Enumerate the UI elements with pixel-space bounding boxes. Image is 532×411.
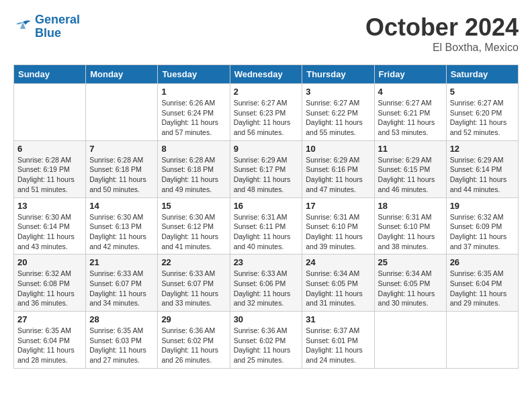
day-number: 5 [450,87,515,97]
calendar-cell: 12Sunrise: 6:29 AM Sunset: 6:14 PM Dayli… [446,140,518,197]
day-info: Sunrise: 6:36 AM Sunset: 6:02 PM Dayligh… [234,326,299,365]
day-info: Sunrise: 6:36 AM Sunset: 6:02 PM Dayligh… [161,326,226,365]
day-info: Sunrise: 6:29 AM Sunset: 6:16 PM Dayligh… [306,155,370,195]
day-number: 16 [234,201,299,211]
day-number: 6 [17,144,82,154]
day-number: 31 [306,314,370,324]
weekday-header: Tuesday [158,65,230,84]
calendar-cell: 27Sunrise: 6:35 AM Sunset: 6:04 PM Dayli… [14,312,86,369]
calendar-week-row: 27Sunrise: 6:35 AM Sunset: 6:04 PM Dayli… [14,312,519,369]
day-number: 29 [161,314,226,324]
calendar-cell: 2Sunrise: 6:27 AM Sunset: 6:23 PM Daylig… [230,84,302,141]
calendar-cell: 1Sunrise: 6:26 AM Sunset: 6:24 PM Daylig… [158,84,230,141]
calendar-cell: 28Sunrise: 6:35 AM Sunset: 6:03 PM Dayli… [86,312,158,369]
day-number: 9 [234,144,299,154]
day-number: 4 [378,87,443,97]
day-number: 11 [378,144,443,154]
day-number: 30 [234,314,299,324]
day-info: Sunrise: 6:31 AM Sunset: 6:11 PM Dayligh… [234,212,299,252]
calendar-cell: 11Sunrise: 6:29 AM Sunset: 6:15 PM Dayli… [374,140,446,197]
calendar-title-block: October 2024 El Boxtha, Mexico [365,13,519,54]
weekday-header: Friday [374,65,446,84]
day-number: 10 [306,144,370,154]
calendar-table: SundayMondayTuesdayWednesdayThursdayFrid… [13,64,519,369]
day-info: Sunrise: 6:30 AM Sunset: 6:14 PM Dayligh… [17,212,82,252]
calendar-cell: 15Sunrise: 6:30 AM Sunset: 6:12 PM Dayli… [158,197,230,255]
day-number: 21 [89,257,154,267]
logo-text: General Blue [35,13,80,40]
calendar-cell: 19Sunrise: 6:32 AM Sunset: 6:09 PM Dayli… [446,197,518,255]
weekday-header: Thursday [302,65,374,84]
calendar-cell: 5Sunrise: 6:27 AM Sunset: 6:20 PM Daylig… [446,84,518,141]
calendar-cell: 8Sunrise: 6:28 AM Sunset: 6:18 PM Daylig… [158,140,230,197]
calendar-cell: 31Sunrise: 6:37 AM Sunset: 6:01 PM Dayli… [302,312,374,369]
day-number: 3 [306,87,370,97]
day-info: Sunrise: 6:35 AM Sunset: 6:04 PM Dayligh… [17,326,82,365]
day-info: Sunrise: 6:33 AM Sunset: 6:07 PM Dayligh… [161,269,226,308]
weekday-header: Wednesday [230,65,302,84]
calendar-cell: 13Sunrise: 6:30 AM Sunset: 6:14 PM Dayli… [14,197,86,255]
day-info: Sunrise: 6:30 AM Sunset: 6:12 PM Dayligh… [161,212,226,252]
day-number: 24 [306,257,370,267]
day-number: 19 [450,201,515,211]
month-title: October 2024 [365,13,519,42]
calendar-cell: 26Sunrise: 6:35 AM Sunset: 6:04 PM Dayli… [446,255,518,312]
day-number: 8 [161,144,226,154]
day-info: Sunrise: 6:28 AM Sunset: 6:18 PM Dayligh… [161,155,226,195]
day-info: Sunrise: 6:34 AM Sunset: 6:05 PM Dayligh… [378,269,443,308]
calendar-cell: 24Sunrise: 6:34 AM Sunset: 6:05 PM Dayli… [302,255,374,312]
day-info: Sunrise: 6:31 AM Sunset: 6:10 PM Dayligh… [306,212,370,252]
day-info: Sunrise: 6:27 AM Sunset: 6:20 PM Dayligh… [450,98,515,138]
day-info: Sunrise: 6:28 AM Sunset: 6:19 PM Dayligh… [17,155,82,195]
day-number: 18 [378,201,443,211]
day-info: Sunrise: 6:29 AM Sunset: 6:14 PM Dayligh… [450,155,515,195]
day-number: 20 [17,257,82,267]
calendar-week-row: 20Sunrise: 6:32 AM Sunset: 6:08 PM Dayli… [14,255,519,312]
calendar-cell: 14Sunrise: 6:30 AM Sunset: 6:13 PM Dayli… [86,197,158,255]
day-number: 27 [17,314,82,324]
calendar-cell [14,84,86,141]
day-number: 26 [450,257,515,267]
day-info: Sunrise: 6:35 AM Sunset: 6:04 PM Dayligh… [450,269,515,308]
location-title: El Boxtha, Mexico [365,42,519,54]
calendar-header-row: SundayMondayTuesdayWednesdayThursdayFrid… [14,65,519,84]
calendar-cell: 7Sunrise: 6:28 AM Sunset: 6:18 PM Daylig… [86,140,158,197]
calendar-cell: 17Sunrise: 6:31 AM Sunset: 6:10 PM Dayli… [302,197,374,255]
calendar-cell: 25Sunrise: 6:34 AM Sunset: 6:05 PM Dayli… [374,255,446,312]
calendar-cell: 4Sunrise: 6:27 AM Sunset: 6:21 PM Daylig… [374,84,446,141]
day-number: 7 [89,144,154,154]
calendar-cell: 16Sunrise: 6:31 AM Sunset: 6:11 PM Dayli… [230,197,302,255]
calendar-cell: 3Sunrise: 6:27 AM Sunset: 6:22 PM Daylig… [302,84,374,141]
calendar-cell [374,312,446,369]
day-number: 22 [161,257,226,267]
calendar-cell: 22Sunrise: 6:33 AM Sunset: 6:07 PM Dayli… [158,255,230,312]
day-info: Sunrise: 6:27 AM Sunset: 6:22 PM Dayligh… [306,98,370,138]
day-info: Sunrise: 6:27 AM Sunset: 6:23 PM Dayligh… [234,98,299,138]
day-info: Sunrise: 6:31 AM Sunset: 6:10 PM Dayligh… [378,212,443,252]
calendar-cell: 10Sunrise: 6:29 AM Sunset: 6:16 PM Dayli… [302,140,374,197]
calendar-week-row: 1Sunrise: 6:26 AM Sunset: 6:24 PM Daylig… [14,84,519,141]
day-info: Sunrise: 6:32 AM Sunset: 6:08 PM Dayligh… [17,269,82,308]
calendar-cell: 21Sunrise: 6:33 AM Sunset: 6:07 PM Dayli… [86,255,158,312]
day-info: Sunrise: 6:30 AM Sunset: 6:13 PM Dayligh… [89,212,154,252]
day-info: Sunrise: 6:33 AM Sunset: 6:07 PM Dayligh… [89,269,154,308]
day-info: Sunrise: 6:27 AM Sunset: 6:21 PM Dayligh… [378,98,443,138]
page-header: General Blue October 2024 El Boxtha, Mex… [13,13,519,54]
day-info: Sunrise: 6:35 AM Sunset: 6:03 PM Dayligh… [89,326,154,365]
calendar-week-row: 13Sunrise: 6:30 AM Sunset: 6:14 PM Dayli… [14,197,519,255]
day-info: Sunrise: 6:34 AM Sunset: 6:05 PM Dayligh… [306,269,370,308]
calendar-cell: 18Sunrise: 6:31 AM Sunset: 6:10 PM Dayli… [374,197,446,255]
day-number: 14 [89,201,154,211]
day-number: 12 [450,144,515,154]
calendar-cell: 23Sunrise: 6:33 AM Sunset: 6:06 PM Dayli… [230,255,302,312]
day-number: 2 [234,87,299,97]
weekday-header: Saturday [446,65,518,84]
logo-icon [13,19,32,34]
calendar-cell: 9Sunrise: 6:29 AM Sunset: 6:17 PM Daylig… [230,140,302,197]
weekday-header: Monday [86,65,158,84]
day-number: 28 [89,314,154,324]
day-number: 23 [234,257,299,267]
day-number: 1 [161,87,226,97]
day-info: Sunrise: 6:37 AM Sunset: 6:01 PM Dayligh… [306,326,370,365]
day-number: 13 [17,201,82,211]
